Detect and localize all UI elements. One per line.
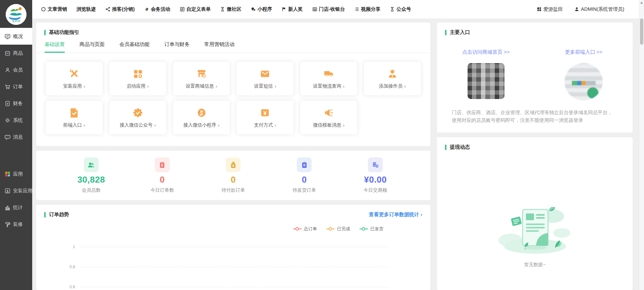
site-switcher[interactable]: 爱游盐田 [537, 6, 563, 12]
title-accent-bar [44, 212, 46, 218]
sidebar-item-install-apps[interactable]: 安装应用 [0, 182, 32, 199]
nav-item-store-pos[interactable]: 门店-收银台 [312, 6, 345, 12]
user-menu[interactable]: ADMIN(系统管理员) [574, 6, 624, 12]
front-entry-qr-code[interactable] [565, 63, 603, 100]
chart-gridline: 0.6 [80, 287, 389, 287]
money-jar-icon [226, 157, 240, 172]
members-group-icon [84, 157, 99, 172]
title-accent-bar [44, 30, 46, 35]
sidebar-item-orders[interactable]: 订单 [0, 78, 32, 95]
sidebar-item-goods[interactable]: 商品 [0, 45, 32, 61]
guide-tile-wechat-miniprogram[interactable]: 接入微信小程序› [173, 101, 230, 134]
sidebar-item-members[interactable]: 会员 [0, 61, 32, 78]
sidebar-item-finance[interactable]: ¥ 财务 [0, 95, 32, 112]
stat-value: 0 [231, 175, 236, 185]
chevron-right-icon: › [274, 123, 276, 128]
guide-tile-mall-info[interactable]: 设置商城信息› [173, 62, 230, 95]
tools-icon [68, 68, 80, 80]
trend-title-text: 订单趋势 [49, 211, 69, 218]
nav-item-conference[interactable]: 会务活动 [144, 6, 170, 12]
mall-home-qr-code[interactable] [468, 63, 504, 99]
tab-orders-finance[interactable]: 订单与财务 [164, 41, 190, 53]
site-logo[interactable]: 盐田游 [6, 4, 26, 25]
clipboard-red-icon [155, 157, 170, 172]
nav-item-custom-form[interactable]: 自定义表单 [180, 6, 211, 12]
guide-tile-wechat-official[interactable]: 接入微信公众号› [109, 101, 166, 134]
tab-marketing[interactable]: 常用营销活动 [204, 41, 234, 53]
sidebar-item-label: 消息 [13, 134, 23, 140]
nav-item-label: 微社区 [227, 6, 241, 12]
nav-item-official-account[interactable]: 公众号 [390, 6, 411, 12]
nav-item-miniprogram[interactable]: 小程序 [251, 6, 272, 12]
more-order-stats-link[interactable]: 查看更多订单数据统计 › [369, 211, 422, 218]
empty-state-text: 暂无数据~ [437, 262, 633, 268]
guide-tile-add-operator[interactable]: 添加操作员› [364, 62, 421, 95]
sidebar-item-overview[interactable]: 概况 [0, 28, 32, 45]
chart-gridline: 0.8 [80, 267, 389, 267]
tab-basic-settings[interactable]: 基础设置 [45, 41, 65, 53]
legend-marker-icon [360, 229, 368, 229]
nav-item-community[interactable]: 微社区 [220, 6, 241, 12]
sidebar-item-system[interactable]: 系统 [0, 112, 32, 129]
title-accent-bar [445, 30, 446, 35]
visit-mall-home-link[interactable]: 点击访问商城首页 >> [462, 49, 510, 55]
main-entry-card: 主要入口 点击访问商城首页 >> 更多前端入口 >> 门店、供应商、酒店、企业管… [437, 22, 633, 133]
mail-icon [259, 68, 271, 80]
scrollbar-thumb[interactable] [640, 18, 643, 45]
operator-icon [387, 68, 398, 80]
tile-label: 接入微信公众号 [120, 122, 153, 128]
tile-label: 前端入口 [63, 122, 82, 128]
tile-label: 设置短信 [254, 83, 273, 89]
sidebar-item-label: 安装应用 [13, 188, 33, 194]
decorate-icon [4, 221, 11, 228]
share-icon [105, 7, 110, 12]
legend-item-total-orders[interactable]: 总订单 [293, 226, 317, 232]
main-content: 基础功能指引 基础设置 商品与页面 会员基础功能 订单与财务 常用营销活动 安装… [32, 18, 639, 290]
nav-item-label: 门店-收银台 [319, 6, 345, 12]
legend-item-completed[interactable]: 已完成 [326, 226, 350, 232]
nav-item-label: 浏览轨迹 [76, 6, 96, 12]
badge-check-icon [132, 107, 144, 118]
guide-card: 基础功能指引 基础设置 商品与页面 会员基础功能 订单与财务 常用营销活动 安装… [36, 22, 430, 146]
y-axis-tick: 1 [62, 244, 75, 249]
guide-tile-template-message[interactable]: 微信模板消息› [300, 101, 357, 134]
legend-marker-icon [293, 229, 302, 229]
sidebar-item-messages[interactable]: 消息 [0, 129, 32, 145]
nav-item-article-marketing[interactable]: 文章营销 [41, 6, 67, 12]
tab-goods-pages[interactable]: 商品与页面 [79, 41, 105, 53]
circle-icon [41, 7, 46, 12]
sidebar-item-apps[interactable]: 应用 [0, 165, 32, 182]
nav-item-video-share[interactable]: 视频分享 [354, 6, 380, 12]
truck-icon [323, 68, 334, 80]
nav-item-distribution[interactable]: 推客(分销) [105, 6, 135, 12]
guide-tile-sms[interactable]: 设置短信› [236, 62, 293, 95]
nav-item-browse-track[interactable]: 浏览轨迹 [76, 6, 96, 12]
withdraw-card-title: 提现动态 [437, 137, 633, 150]
guide-tile-install-app[interactable]: 安装应用› [46, 62, 103, 95]
sidebar-item-statistics[interactable]: 统计 [0, 199, 32, 216]
entry-title-text: 主要入口 [450, 29, 470, 36]
svg-text:盐田游: 盐田游 [12, 19, 20, 22]
guide-tile-logistics[interactable]: 设置物流查询› [300, 62, 357, 95]
chevron-right-icon: › [216, 84, 217, 89]
nav-item-label: 视频分享 [361, 6, 380, 12]
guide-tile-payment[interactable]: 支付方式› [236, 101, 293, 134]
svg-text:¥: ¥ [6, 102, 8, 105]
guide-tile-front-entry[interactable]: 前端入口› [46, 101, 103, 134]
page-scrollbar[interactable] [639, 0, 644, 290]
nav-item-newcomer-award[interactable]: 新人奖 [281, 6, 303, 12]
legend-item-shipped[interactable]: 已发货 [360, 226, 383, 232]
tab-member-basics[interactable]: 会员基础功能 [119, 41, 150, 53]
entry-qr-row [437, 63, 633, 100]
guide-tile-launch-app[interactable]: 启动应用› [109, 62, 166, 95]
sidebar: 盐田游 概况 商品 会员 订单 [0, 0, 32, 290]
more-front-entries-link[interactable]: 更多前端入口 >> [565, 49, 602, 55]
sidebar-item-label: 系统 [13, 117, 23, 124]
nav-item-label: 会务活动 [151, 6, 170, 12]
sidebar-item-decorate[interactable]: 装修 [0, 216, 32, 233]
entry-links: 点击访问商城首页 >> 更多前端入口 >> [437, 49, 633, 55]
nav-item-label: 自定义表单 [186, 6, 211, 12]
coins-icon [368, 157, 383, 172]
install-app-icon [4, 188, 11, 194]
scroll-up-arrow-icon[interactable] [640, 2, 643, 4]
